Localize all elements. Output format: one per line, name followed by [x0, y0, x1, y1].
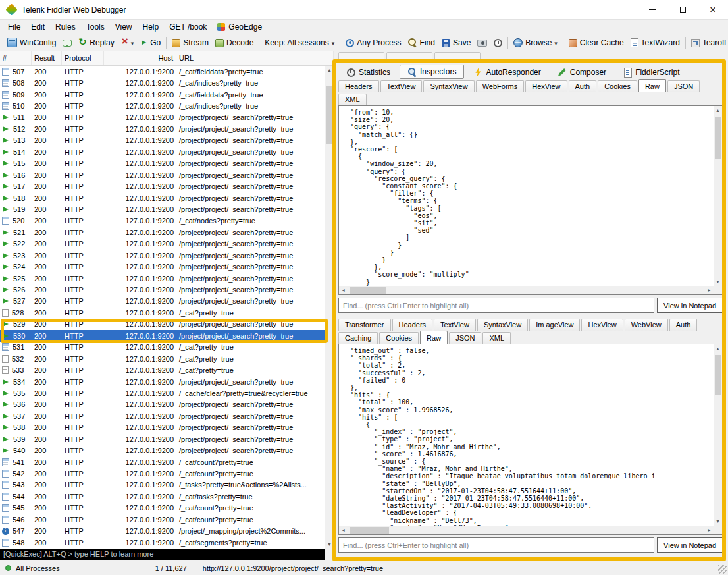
- response-tab-webview[interactable]: WebView: [625, 319, 668, 331]
- scroll-right-icon[interactable]: [705, 286, 714, 294]
- table-row[interactable]: 534200HTTP127.0.0.1:9200/project/project…: [0, 376, 325, 387]
- menu-item-file[interactable]: File: [3, 20, 26, 34]
- scroll-thumb[interactable]: [350, 527, 389, 534]
- table-row[interactable]: 539200HTTP127.0.0.1:9200/project/project…: [0, 433, 325, 445]
- resize-grip[interactable]: [718, 565, 727, 574]
- table-row[interactable]: 541200HTTP127.0.0.1:9200/_cat/count?pret…: [0, 456, 325, 468]
- table-row[interactable]: 537200HTTP127.0.0.1:9200/project/project…: [0, 410, 325, 422]
- table-row[interactable]: 516200HTTP127.0.0.1:9200/project/project…: [0, 169, 325, 180]
- response-vscrollbar[interactable]: [714, 344, 722, 526]
- scroll-left-icon[interactable]: [339, 526, 348, 534]
- request-vscrollbar[interactable]: [714, 106, 722, 286]
- table-row[interactable]: 545200HTTP127.0.0.1:9200/_cat/count?pret…: [0, 503, 325, 514]
- request-tab-xml[interactable]: XML: [338, 94, 367, 105]
- menu-item-tools[interactable]: Tools: [81, 20, 110, 34]
- table-row[interactable]: 533200HTTP127.0.0.1:9200/_cat?pretty=tru…: [0, 364, 325, 375]
- table-row[interactable]: 542200HTTP127.0.0.1:9200/_cat/count?pret…: [0, 468, 325, 479]
- table-row[interactable]: 535200HTTP127.0.0.1:9200/_cache/clear?pr…: [0, 387, 325, 398]
- process-filter[interactable]: All Processes: [16, 564, 60, 572]
- browse-button[interactable]: Browse: [510, 36, 561, 49]
- camera-button[interactable]: [474, 36, 490, 49]
- scroll-up-icon[interactable]: [714, 344, 722, 353]
- response-tab-hexview[interactable]: HexView: [581, 319, 623, 331]
- response-tab-caching[interactable]: Caching: [338, 332, 378, 344]
- response-hscrollbar[interactable]: [339, 526, 714, 534]
- request-tab-headers[interactable]: Headers: [338, 80, 379, 92]
- scroll-right-icon[interactable]: [705, 526, 714, 534]
- request-view-in-notepad-button[interactable]: View in Notepad: [657, 298, 723, 313]
- table-row[interactable]: 528200HTTP127.0.0.1:9200/_cat?pretty=tru…: [0, 307, 325, 318]
- keep-all-sessions-button[interactable]: Keep: All sessions: [261, 36, 338, 49]
- response-view-in-notepad-button[interactable]: View in Notepad: [657, 537, 723, 553]
- menu-item-rules[interactable]: Rules: [50, 20, 81, 34]
- table-row[interactable]: 508200HTTP127.0.0.1:9200/_cat/indices?pr…: [0, 77, 325, 88]
- response-tab-textview[interactable]: TextView: [434, 319, 476, 331]
- response-tab-headers[interactable]: Headers: [392, 319, 433, 331]
- table-row[interactable]: 544200HTTP127.0.0.1:9200/_cat/tasks?pret…: [0, 491, 325, 502]
- column-header-protocol[interactable]: Protocol: [62, 51, 104, 65]
- table-row[interactable]: 525200HTTP127.0.0.1:9200/project/project…: [0, 273, 325, 284]
- table-row[interactable]: 517200HTTP127.0.0.1:9200/project/project…: [0, 180, 325, 192]
- menu-item-view[interactable]: View: [110, 20, 138, 34]
- response-find-input[interactable]: [338, 537, 654, 553]
- minimize-button[interactable]: [637, 0, 667, 19]
- table-row[interactable]: 524200HTTP127.0.0.1:9200/project/project…: [0, 261, 325, 272]
- find-button[interactable]: Find: [405, 36, 438, 49]
- go-button[interactable]: Go: [137, 36, 164, 49]
- table-row[interactable]: 518200HTTP127.0.0.1:9200/project/project…: [0, 192, 325, 204]
- column-header-host[interactable]: Host: [104, 51, 176, 65]
- request-tab-cookies[interactable]: Cookies: [598, 80, 637, 92]
- menu-item-geoedge[interactable]: GeoEdge: [212, 20, 267, 34]
- table-row[interactable]: 513200HTTP127.0.0.1:9200/project/project…: [0, 135, 325, 146]
- clipped-tab[interactable]: [434, 52, 481, 63]
- request-tab-webforms[interactable]: WebForms: [476, 80, 525, 92]
- column-header-result[interactable]: Result: [32, 51, 62, 65]
- response-tab-transformer[interactable]: Transformer: [338, 319, 391, 331]
- table-row[interactable]: 529200HTTP127.0.0.1:9200/project/project…: [0, 319, 325, 330]
- clear-cache-button[interactable]: Clear Cache: [565, 36, 627, 49]
- table-row[interactable]: 538200HTTP127.0.0.1:9200/project/project…: [0, 422, 325, 433]
- scroll-down-icon[interactable]: [714, 517, 722, 526]
- table-row[interactable]: 548200HTTP127.0.0.1:9200/_cat/segments?p…: [0, 537, 325, 548]
- column-header-url[interactable]: URL: [176, 51, 334, 65]
- menu-item-edit[interactable]: Edit: [26, 20, 50, 34]
- table-row[interactable]: 536200HTTP127.0.0.1:9200/project/project…: [0, 399, 325, 410]
- table-row[interactable]: 519200HTTP127.0.0.1:9200/project/project…: [0, 204, 325, 215]
- table-row[interactable]: 520200HTTP127.0.0.1:9200/_cat/nodes?pret…: [0, 215, 325, 227]
- tab-inspectors[interactable]: Inspectors: [400, 65, 464, 79]
- tab-composer[interactable]: Composer: [550, 66, 613, 79]
- table-row[interactable]: 547200HTTP127.0.0.1:9200/project/_mappin…: [0, 526, 325, 537]
- menu-item-get-book[interactable]: GET /book: [164, 20, 212, 34]
- any-process-button[interactable]: Any Process: [342, 36, 404, 49]
- table-row[interactable]: 510200HTTP127.0.0.1:9200/_cat/indices?pr…: [0, 100, 325, 111]
- table-row[interactable]: 507200HTTP127.0.0.1:9200/_cat/fielddata?…: [0, 66, 325, 77]
- table-row[interactable]: 509200HTTP127.0.0.1:9200/_cat/fielddata?…: [0, 89, 325, 100]
- table-row[interactable]: 527200HTTP127.0.0.1:9200/project/project…: [0, 296, 325, 307]
- comment-button[interactable]: [59, 37, 75, 49]
- close-button[interactable]: [698, 0, 728, 19]
- maximize-button[interactable]: [667, 0, 698, 19]
- scroll-down-icon[interactable]: [325, 540, 334, 549]
- scroll-thumb[interactable]: [715, 117, 721, 159]
- response-tab-auth[interactable]: Auth: [669, 319, 698, 331]
- request-find-input[interactable]: [338, 298, 654, 313]
- table-row[interactable]: 521200HTTP127.0.0.1:9200/project/project…: [0, 227, 325, 238]
- table-row[interactable]: 523200HTTP127.0.0.1:9200/project/project…: [0, 250, 325, 261]
- table-row[interactable]: 514200HTTP127.0.0.1:9200/project/project…: [0, 146, 325, 157]
- replay-button[interactable]: Replay: [75, 36, 117, 49]
- request-tab-syntaxview[interactable]: SyntaxView: [423, 80, 474, 92]
- tab-autoresponder[interactable]: AutoResponder: [466, 66, 548, 79]
- stream-button[interactable]: Stream: [169, 36, 212, 49]
- table-row[interactable]: 543200HTTP127.0.0.1:9200/_tasks?pretty=t…: [0, 479, 325, 491]
- table-row[interactable]: 531200HTTP127.0.0.1:9200/_cat?pretty=tru…: [0, 342, 325, 353]
- scroll-up-icon[interactable]: [325, 66, 334, 74]
- table-row[interactable]: 532200HTTP127.0.0.1:9200/_cat?pretty=tru…: [0, 353, 325, 364]
- response-tab-cookies[interactable]: Cookies: [379, 332, 419, 344]
- winconfig-button[interactable]: WinConfig: [4, 36, 59, 49]
- timer-button[interactable]: [490, 36, 506, 49]
- scroll-up-icon[interactable]: [714, 106, 722, 115]
- request-hscrollbar[interactable]: [339, 286, 714, 294]
- save-button[interactable]: Save: [438, 36, 474, 49]
- column-header-[interactable]: #: [0, 51, 32, 65]
- response-tab-syntaxview[interactable]: SyntaxView: [477, 319, 528, 331]
